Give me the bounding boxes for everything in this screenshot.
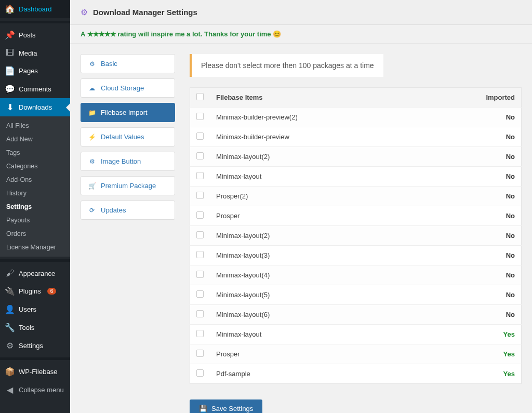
sidebar-sub-settings[interactable]: Settings: [0, 200, 70, 214]
tab-image-button[interactable]: ⚙ Image Button: [81, 152, 175, 171]
sidebar-item-downloads[interactable]: ⬇ Downloads: [0, 98, 70, 116]
imported-status: Yes: [480, 344, 521, 364]
sidebar-item-dashboard[interactable]: 🏠 Dashboard: [0, 0, 70, 18]
sidebar-item-label: WP-Filebase: [19, 368, 57, 376]
sidebar-item-pages[interactable]: 📄 Pages: [0, 62, 70, 80]
table-header-row: Filebase Items Imported: [190, 88, 522, 108]
sidebar-item-label: Users: [19, 305, 36, 313]
cloud-icon: ☁: [88, 85, 96, 92]
sidebar-item-plugins[interactable]: 🔌 Plugins 6: [0, 282, 70, 300]
imported-status: No: [480, 127, 521, 147]
row-checkbox[interactable]: [196, 172, 204, 179]
row-checkbox[interactable]: [196, 211, 204, 219]
row-checkbox[interactable]: [196, 152, 204, 159]
sidebar-item-comments[interactable]: 💬 Comments: [0, 80, 70, 98]
sidebar-item-tools[interactable]: 🔧 Tools: [0, 318, 70, 337]
tab-default-values[interactable]: ⚡ Default Values: [81, 127, 175, 146]
sidebar-item-label: Plugins: [19, 287, 41, 295]
plugin-icon: 🔌: [5, 286, 15, 296]
collapse-menu[interactable]: ◀ Collapse menu: [0, 381, 70, 399]
admin-sidebar: 🏠 Dashboard 📌 Posts 🎞 Media 📄 Pages 💬 Co…: [0, 0, 70, 413]
imported-status: No: [480, 147, 521, 167]
tab-label: Filebase Import: [101, 109, 148, 116]
page-header: ⚙ Download Manager Settings: [70, 0, 532, 25]
media-icon: 🎞: [5, 48, 15, 58]
imported-status: No: [480, 265, 521, 285]
settings-panel: Please don't select more then 100 packag…: [190, 54, 522, 403]
sidebar-item-settings[interactable]: ⚙ Settings: [0, 337, 70, 355]
sidebar-item-media[interactable]: 🎞 Media: [0, 44, 70, 62]
imported-status: No: [480, 206, 521, 226]
tab-cloud-storage[interactable]: ☁ Cloud Storage: [81, 78, 175, 98]
tab-premium-package[interactable]: 🛒 Premium Package: [81, 176, 175, 195]
row-checkbox[interactable]: [196, 231, 204, 238]
filebase-item-name: Prosper(2): [210, 186, 480, 206]
tab-label: Premium Package: [101, 182, 156, 190]
select-all-checkbox[interactable]: [196, 93, 204, 100]
tab-filebase-import[interactable]: 📁 Filebase Import: [81, 103, 175, 122]
sidebar-item-label: Settings: [19, 342, 43, 350]
sidebar-item-posts[interactable]: 📌 Posts: [0, 26, 70, 44]
table-row: Minimax-builder-previewNo: [190, 127, 522, 147]
filebase-item-name: Minimax-layout(6): [210, 305, 480, 325]
row-checkbox[interactable]: [196, 350, 204, 357]
sidebar-item-users[interactable]: 👤 Users: [0, 300, 70, 318]
row-checkbox[interactable]: [196, 192, 204, 199]
table-row: Minimax-layout(6)No: [190, 305, 522, 325]
alert-text: Please don't select more then 100 packag…: [201, 61, 374, 70]
table-row: Minimax-layout(4)No: [190, 265, 522, 285]
separator: [0, 21, 70, 23]
row-checkbox[interactable]: [196, 369, 204, 377]
filebase-table: Filebase Items Imported Minimax-builder-…: [190, 87, 522, 384]
sidebar-sub-payouts[interactable]: Payouts: [0, 214, 70, 227]
sidebar-item-label: Tools: [19, 324, 34, 331]
rating-text: rating will inspire me a lot. Thanks for…: [117, 30, 271, 38]
row-checkbox[interactable]: [196, 310, 204, 317]
bolt-icon: ⚡: [88, 134, 96, 141]
imported-status: No: [480, 226, 521, 246]
tab-basic[interactable]: ⚙ Basic: [81, 54, 175, 73]
sidebar-sub-orders[interactable]: Orders: [0, 227, 70, 241]
warning-alert: Please don't select more then 100 packag…: [190, 54, 383, 77]
filebase-item-name: Minimax-layout(3): [210, 246, 480, 265]
gear-icon: ⚙: [88, 60, 96, 68]
row-checkbox[interactable]: [196, 290, 204, 298]
table-row: Minimax-layoutYes: [190, 325, 522, 344]
filebase-item-name: Minimax-layout: [210, 167, 480, 186]
refresh-icon: ⟳: [88, 207, 96, 214]
row-checkbox[interactable]: [196, 330, 204, 337]
sidebar-sub-history[interactable]: History: [0, 186, 70, 200]
sidebar-item-wp-filebase[interactable]: 📦 WP-Filebase: [0, 363, 70, 381]
comment-icon: 💬: [5, 84, 15, 94]
sidebar-sub-addons[interactable]: Add-Ons: [0, 173, 70, 186]
row-checkbox[interactable]: [196, 271, 204, 278]
row-checkbox[interactable]: [196, 113, 204, 120]
save-button[interactable]: 💾 Save Settings: [190, 399, 262, 413]
collapse-icon: ◀: [5, 385, 15, 395]
row-checkbox[interactable]: [196, 132, 204, 140]
plugin-update-badge: 6: [47, 288, 57, 295]
sidebar-sub-categories[interactable]: Categories: [0, 159, 70, 173]
tab-label: Updates: [101, 206, 126, 214]
sidebar-sub-license-manager[interactable]: License Manager: [0, 241, 70, 254]
table-row: Minimax-layoutNo: [190, 167, 522, 186]
tab-label: Cloud Storage: [101, 84, 144, 92]
dashboard-icon: 🏠: [5, 4, 15, 14]
filebase-item-name: Minimax-layout: [210, 325, 480, 344]
star-icon[interactable]: ★★★★★: [87, 30, 116, 38]
save-label: Save Settings: [211, 405, 253, 412]
sidebar-item-label: Posts: [19, 31, 36, 39]
sidebar-sub-tags[interactable]: Tags: [0, 146, 70, 159]
gear-icon: ⚙: [88, 158, 96, 165]
sidebar-item-appearance[interactable]: 🖌 Appearance: [0, 264, 70, 282]
rating-notice: A ★★★★★ rating will inspire me a lot. Th…: [70, 25, 532, 44]
row-checkbox[interactable]: [196, 251, 204, 258]
sidebar-sub-all-files[interactable]: All Files: [0, 119, 70, 132]
imported-status: No: [480, 108, 521, 127]
wrench-icon: 🔧: [5, 323, 15, 332]
filebase-item-name: Minimax-builder-preview: [210, 127, 480, 147]
sidebar-sub-add-new[interactable]: Add New: [0, 132, 70, 146]
tab-updates[interactable]: ⟳ Updates: [81, 201, 175, 220]
sidebar-item-label: Comments: [19, 85, 51, 93]
save-icon: 💾: [199, 405, 207, 412]
